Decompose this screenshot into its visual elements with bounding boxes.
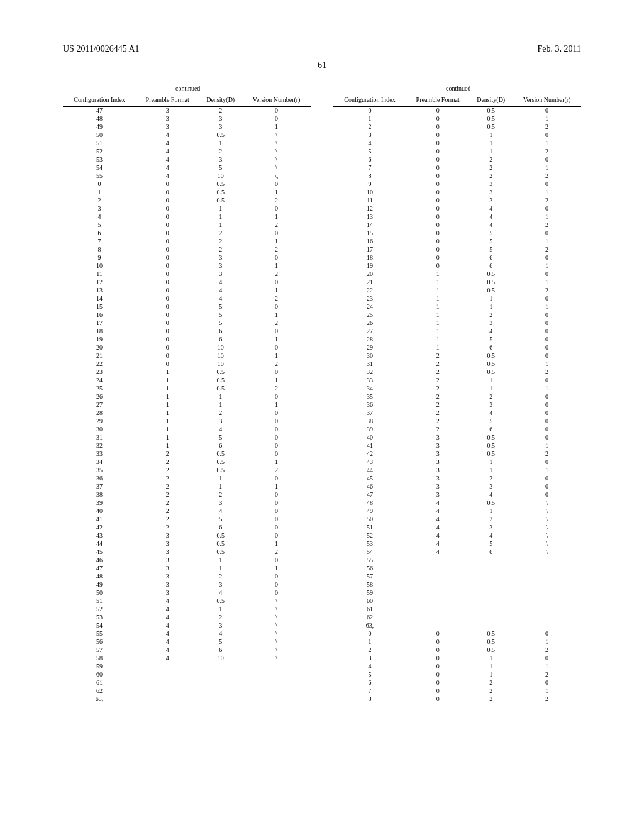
table-cell: 1 [513,164,581,172]
table-cell: 8 [333,695,406,704]
table-row: 2310.50 [63,368,311,377]
table-cell [242,663,311,671]
table-cell: 2 [242,197,311,205]
table-row: 220102 [63,360,311,368]
table-cell: 10 [199,172,242,180]
table-cell: 4 [469,328,513,336]
table-cell: 58 [333,581,406,589]
table-cell: 1 [406,270,469,279]
table-cell: 2 [242,548,311,556]
table-cell: 0 [136,311,199,319]
table-cell: 2 [242,295,311,303]
table-cell: 0 [242,409,311,418]
table-cell: 49 [63,123,136,131]
table-cell [469,581,513,589]
table-cell: 3 [406,458,469,467]
table-cell: 1 [513,467,581,475]
table-cell: 4 [136,630,199,638]
table-row: 2010.50 [333,270,581,279]
table-cell [199,695,242,704]
table-cell: \ [242,164,311,172]
table-cell: 1 [242,352,311,360]
table-cell: 2 [199,491,242,499]
table-row: 55410\, [63,172,311,180]
table-cell: 0.5 [199,540,242,548]
table-cell: 38 [63,491,136,499]
col-header-preamble-format: Preamble Format [406,94,469,107]
table-cell: 59 [333,589,406,597]
publication-number: US 2011/0026445 A1 [63,44,140,54]
table-row: 13041 [63,287,311,295]
table-cell: 0.5 [469,287,513,295]
table-cell: 6 [333,679,406,687]
table-cell: 43 [63,532,136,540]
table-cell: 6 [63,230,136,238]
table-cell: 6 [199,646,242,655]
table-cell [406,606,469,614]
table-cell: 42 [63,524,136,532]
table-cell: 1 [63,189,136,197]
table-cell: 4 [199,589,242,597]
left-column: -continued Configuration Index Preamble … [63,82,311,704]
table-cell: 0.5 [199,180,242,189]
table-cell: 1 [242,311,311,319]
table-cell: 0.5 [199,368,242,377]
table-cell: 2 [136,524,199,532]
table-cell: 3 [199,499,242,507]
table-cell: 2 [242,385,311,393]
table-cell: 23 [63,368,136,377]
table-cell: 29 [333,344,406,352]
table-cell: 35 [333,393,406,401]
table-row: 39260 [333,426,581,434]
table-cell: 1 [406,279,469,287]
table-cell: 28 [333,336,406,344]
table-cell: 0.5 [469,442,513,450]
table-cell: 39 [333,426,406,434]
table-cell: 5 [199,311,242,319]
table-cell: 57 [333,573,406,581]
table-cell: 9 [63,254,136,262]
table-cell: 6 [469,548,513,556]
table-cell: 34 [333,385,406,393]
table-cell: 0.5 [199,385,242,393]
table-cell: 1 [513,638,581,646]
page: US 2011/0026445 A1 Feb. 3, 2011 61 -cont… [0,0,644,830]
table-cell: 0 [513,131,581,140]
table-cell: 2 [513,246,581,254]
table-cell: 3 [136,123,199,131]
table-row: 15050 [63,303,311,311]
table-cell: 0 [406,131,469,140]
table-cell: 0 [242,303,311,311]
table-row: 34211 [333,385,581,393]
table-cell: 0 [136,344,199,352]
table-cell: 0 [406,230,469,238]
table-cell [136,679,199,687]
table-cell: 0.5 [469,279,513,287]
table-cell: 4 [136,638,199,646]
table-cell: 0 [406,164,469,172]
table-cell: 6 [199,328,242,336]
table-cell: 8 [333,172,406,180]
table-cell: 1 [406,344,469,352]
table-cell: 1 [136,401,199,409]
table-cell: 1 [513,663,581,671]
table-cell: 3 [136,581,199,589]
table-cell: 0 [136,238,199,246]
table-cell: 1 [136,426,199,434]
table-row: 200.52 [333,646,581,655]
col-header-config-index: Configuration Index [333,94,406,107]
table-cell: 34 [63,458,136,467]
table-cell: 2 [513,287,581,295]
table-cell: 33 [333,377,406,385]
table-cell: 39 [63,499,136,507]
table-cell: 2 [406,401,469,409]
table-cell: 0 [136,246,199,254]
table-cell: 2 [513,197,581,205]
table-cell: 1 [242,458,311,467]
table-cell: 2 [406,368,469,377]
table-cell: 0 [513,409,581,418]
table-cell: 0.5 [199,197,242,205]
table-row: 2210.52 [333,287,581,295]
table-cell: 0.5 [199,450,242,458]
table-row: 4011 [333,663,581,671]
